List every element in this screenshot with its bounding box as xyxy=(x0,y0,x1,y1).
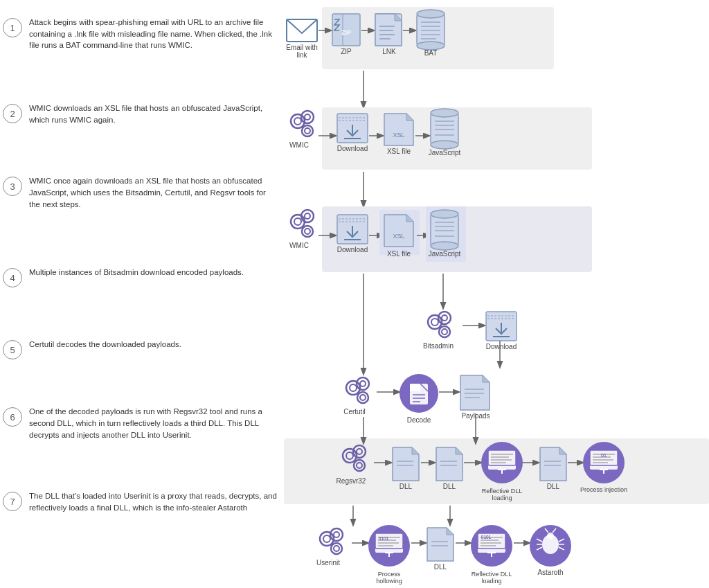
svg-text:hollowing: hollowing xyxy=(376,578,402,585)
diagram-container: 1 Attack begins with spear-phishing emai… xyxy=(0,0,709,588)
step-2: 2 WMIC downloads an XSL file that hosts … xyxy=(0,98,291,130)
step-text-5: Certutil decodes the downloaded payloads… xyxy=(29,339,181,350)
step-text-6: One of the decoded payloads is run with … xyxy=(29,406,278,440)
svg-point-48 xyxy=(431,141,458,149)
svg-text:Certutil: Certutil xyxy=(343,408,366,416)
svg-text:Download: Download xyxy=(337,145,368,152)
svg-text:link: link xyxy=(296,51,307,59)
svg-text:XSL file: XSL file xyxy=(387,148,411,155)
step-circle-7: 7 xyxy=(3,492,22,511)
svg-point-29 xyxy=(294,118,301,125)
step-4: 4 Multiple instances of Bitsadmin downlo… xyxy=(0,262,291,292)
svg-text:Decode: Decode xyxy=(407,416,431,424)
svg-text:XSL: XSL xyxy=(393,233,404,240)
svg-point-77 xyxy=(431,210,458,218)
step-text-7: The DLL that's loaded into Userinit is a… xyxy=(29,490,278,513)
step-circle-4: 4 xyxy=(3,268,22,287)
step-text-1: Attack begins with spear-phishing email … xyxy=(29,17,278,51)
svg-point-32 xyxy=(302,125,313,136)
step-text-4: Multiple instances of Bitsadmin download… xyxy=(29,267,244,278)
step-6: 6 One of the decoded payloads is run wit… xyxy=(0,402,291,445)
svg-point-88 xyxy=(442,315,447,321)
svg-point-33 xyxy=(305,128,310,134)
svg-text:WMIC: WMIC xyxy=(289,242,309,249)
step-circle-6: 6 xyxy=(3,407,22,427)
step-labels: 1 Attack begins with spear-phishing emai… xyxy=(0,0,291,518)
svg-text:DLL: DLL xyxy=(547,483,560,490)
svg-text:DLL: DLL xyxy=(443,483,456,490)
svg-text:XSL: XSL xyxy=(393,132,404,139)
svg-text:Reflective DLL: Reflective DLL xyxy=(482,488,523,495)
step-circle-5: 5 xyxy=(3,340,22,359)
svg-text:Download: Download xyxy=(337,246,368,253)
svg-text:Astaroth: Astaroth xyxy=(537,569,563,576)
svg-point-209 xyxy=(547,533,554,540)
step-circle-1: 1 xyxy=(3,18,22,37)
svg-point-174 xyxy=(334,546,339,551)
step-circle-3: 3 xyxy=(3,177,22,196)
svg-point-106 xyxy=(360,395,366,400)
svg-point-31 xyxy=(305,114,310,120)
svg-text:Email with: Email with xyxy=(286,44,318,51)
step-5: 5 Certutil decodes the downloaded payloa… xyxy=(0,335,291,364)
svg-point-47 xyxy=(431,109,458,117)
svg-point-172 xyxy=(334,532,339,537)
step-text-2: WMIC downloads an XSL file that hosts an… xyxy=(29,103,278,125)
step-3: 3 WMIC once again downloads an XSL file … xyxy=(0,171,291,214)
svg-point-18 xyxy=(417,10,445,18)
svg-text:JavaScript: JavaScript xyxy=(429,250,461,258)
svg-point-90 xyxy=(442,329,447,335)
svg-point-104 xyxy=(360,381,366,386)
svg-point-61 xyxy=(305,229,310,234)
svg-rect-76 xyxy=(431,214,458,246)
svg-text:Process injection: Process injection xyxy=(580,486,627,493)
svg-rect-46 xyxy=(431,113,458,145)
svg-text:BAT: BAT xyxy=(424,49,438,57)
svg-point-56 xyxy=(291,215,305,229)
svg-point-59 xyxy=(305,213,310,219)
svg-point-102 xyxy=(350,384,357,391)
svg-text:DLL: DLL xyxy=(400,483,413,490)
svg-text:Reflective DLL: Reflective DLL xyxy=(472,571,512,578)
svg-point-170 xyxy=(323,535,330,542)
svg-text:Bitsadmin: Bitsadmin xyxy=(423,342,454,350)
svg-text:loading: loading xyxy=(481,578,501,585)
svg-text:0101: 0101 xyxy=(481,535,492,540)
svg-text:ZIP: ZIP xyxy=(341,29,351,36)
svg-point-173 xyxy=(331,543,342,554)
svg-point-89 xyxy=(439,326,450,337)
svg-text:0101: 0101 xyxy=(379,536,389,541)
svg-text:LNK: LNK xyxy=(382,48,396,55)
svg-text:WMIC: WMIC xyxy=(289,141,309,149)
svg-text:Userinit: Userinit xyxy=(316,559,340,567)
svg-point-78 xyxy=(431,242,458,250)
svg-point-60 xyxy=(302,226,313,237)
svg-text:01: 01 xyxy=(601,453,607,458)
svg-text:Process: Process xyxy=(378,571,401,578)
step-circle-2: 2 xyxy=(3,104,22,123)
svg-text:DLL: DLL xyxy=(434,563,447,571)
svg-text:XSL file: XSL file xyxy=(387,250,411,258)
svg-point-86 xyxy=(431,319,438,326)
svg-text:Download: Download xyxy=(486,343,517,350)
svg-text:ZIP: ZIP xyxy=(341,48,352,55)
svg-rect-17 xyxy=(417,14,445,46)
diagram-svg: Email with link ZIP ZIP xyxy=(284,0,709,588)
svg-text:loading: loading xyxy=(492,495,512,501)
svg-rect-111 xyxy=(410,384,420,391)
svg-point-57 xyxy=(294,218,301,225)
svg-text:Regsvr32: Regsvr32 xyxy=(336,477,366,485)
step-7: 7 The DLL that's loaded into Userinit is… xyxy=(0,486,291,517)
svg-text:JavaScript: JavaScript xyxy=(429,149,461,157)
step-1: 1 Attack begins with spear-phishing emai… xyxy=(0,12,291,55)
step-text-3: WMIC once again downloads an XSL file th… xyxy=(29,175,278,210)
svg-point-105 xyxy=(357,392,368,403)
